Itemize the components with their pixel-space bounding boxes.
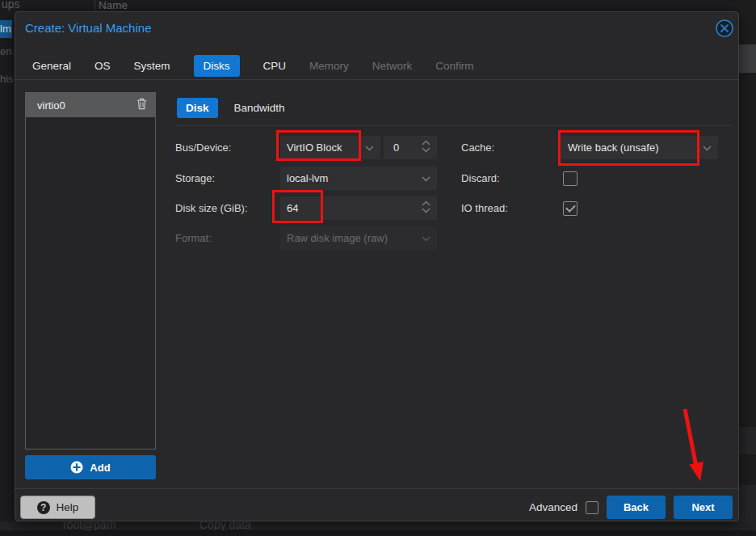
discard-label: Discard:	[461, 167, 500, 190]
back-button[interactable]: Back	[607, 496, 666, 519]
add-disk-button[interactable]: Add	[25, 455, 156, 479]
storage-value: local-lvm	[287, 172, 422, 184]
footer-actions: Advanced Back Next	[529, 496, 733, 519]
bg-right-toolbar-row	[739, 44, 756, 73]
io-thread-label: IO thread:	[461, 196, 508, 220]
next-button[interactable]: Next	[674, 496, 733, 519]
tab-general[interactable]: General	[32, 60, 71, 72]
cache-select[interactable]: Write back (unsafe)	[561, 136, 718, 159]
disk-list-item-virtio0[interactable]: virtio0	[26, 93, 155, 117]
disk-size-value: 64	[287, 202, 422, 214]
plus-circle-icon	[70, 461, 83, 474]
subtab-disk[interactable]: Disk	[177, 98, 218, 118]
create-vm-dialog: Create: Virtual Machine General OS Syste…	[15, 11, 739, 521]
bg-sidebar-item-selected: lm	[0, 20, 12, 38]
add-button-label: Add	[90, 462, 110, 474]
advanced-checkbox[interactable]	[586, 501, 598, 514]
bus-device-label: Bus/Device:	[175, 136, 231, 159]
spinner-up-down-icon[interactable]	[422, 200, 430, 216]
tab-system[interactable]: System	[134, 60, 170, 72]
chevron-down-icon	[365, 141, 374, 154]
bus-device-value: VirtIO Block	[287, 141, 365, 154]
disk-subtabs: Disk Bandwidth	[177, 98, 285, 118]
tabbar-separator	[15, 79, 738, 80]
disk-size-label: Disk size (GiB):	[175, 196, 248, 220]
tab-os[interactable]: OS	[94, 60, 111, 72]
bg-sidebar-item: en	[0, 45, 11, 57]
tab-cpu[interactable]: CPU	[263, 60, 287, 72]
bus-device-select[interactable]: VirtIO Block	[280, 136, 380, 159]
bg-right-strip	[739, 73, 756, 427]
chevron-down-icon	[422, 232, 430, 244]
bg-sidebar-item: his	[0, 73, 14, 85]
subtab-separator	[177, 125, 731, 126]
spinner-up-down-icon[interactable]	[422, 140, 430, 155]
storage-select[interactable]: local-lvm	[280, 167, 437, 190]
io-thread-checkbox[interactable]	[563, 201, 578, 216]
help-button-label: Help	[57, 501, 79, 513]
bg-right-strip	[739, 454, 756, 485]
tab-memory: Memory	[309, 60, 349, 72]
bg-right-strip	[739, 0, 756, 44]
bg-bottom-edge	[0, 530, 756, 536]
tab-confirm: Confirm	[435, 60, 473, 72]
discard-checkbox[interactable]	[563, 171, 578, 186]
tab-network: Network	[372, 60, 413, 72]
screen: ups Name lm en his root@pam Copy data Cr…	[0, 0, 756, 536]
tab-disks[interactable]: Disks	[194, 55, 240, 77]
bus-device-number-stepper[interactable]: 0	[384, 136, 437, 159]
trash-icon[interactable]	[136, 98, 147, 112]
chevron-down-icon	[422, 172, 430, 184]
question-icon: ?	[37, 501, 50, 514]
storage-label: Storage:	[175, 167, 215, 190]
subtab-bandwidth[interactable]: Bandwidth	[234, 102, 285, 114]
footer-separator	[15, 488, 738, 489]
disk-list-panel: virtio0	[25, 92, 156, 449]
dialog-tabbar: General OS System Disks CPU Memory Netwo…	[15, 53, 738, 79]
bg-right-row	[739, 427, 756, 454]
format-label: Format:	[175, 226, 212, 250]
bg-column-separator	[94, 0, 95, 11]
cache-value: Write back (unsafe)	[568, 141, 703, 154]
chevron-down-icon	[703, 141, 712, 154]
disk-size-stepper[interactable]: 64	[280, 196, 437, 220]
format-select-disabled: Raw disk image (raw)	[280, 226, 437, 250]
close-icon[interactable]	[715, 19, 734, 38]
bg-column-header-name: Name	[99, 0, 128, 11]
advanced-label: Advanced	[529, 501, 578, 513]
dialog-title: Create: Virtual Machine	[25, 21, 151, 35]
bg-sidebar-text-ups: ups	[2, 0, 20, 11]
bus-device-number-value: 0	[390, 141, 422, 154]
help-button[interactable]: ? Help	[20, 496, 95, 519]
cache-label: Cache:	[461, 136, 494, 159]
format-value: Raw disk image (raw)	[287, 232, 422, 244]
disk-item-label: virtio0	[37, 99, 65, 112]
